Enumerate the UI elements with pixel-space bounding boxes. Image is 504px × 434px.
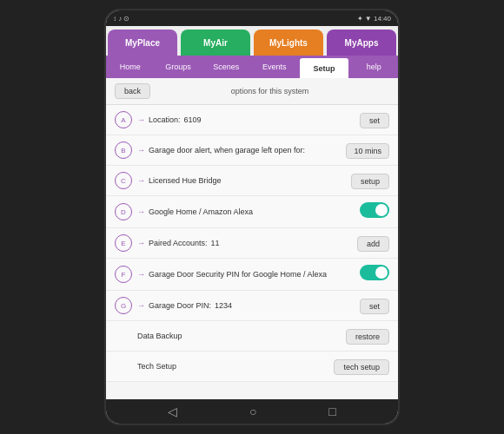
nav-groups[interactable]: Groups: [154, 56, 202, 78]
bottom-bar: ◁ ○ □: [106, 399, 398, 424]
status-time: ✦ ▼ 14:40: [357, 15, 391, 23]
recent-nav-button[interactable]: □: [328, 404, 335, 418]
nav-bar: Home Groups Scenes Events Setup help: [106, 56, 398, 78]
marker-f: F: [115, 266, 132, 283]
nav-home[interactable]: Home: [106, 56, 154, 78]
device-frame: ↕ ♪ ⊙ ✦ ▼ 14:40 MyPlace MyAir MyLights M…: [104, 9, 400, 425]
row-garage-pin-security: F → Garage Door Security PIN for Google …: [106, 259, 398, 291]
status-left: ↕ ♪ ⊙: [113, 15, 129, 23]
arrow-a: →: [137, 115, 145, 124]
label-garage-door-pin: Garage Door PIN:: [149, 301, 211, 310]
arrow-f: →: [137, 270, 145, 279]
tab-myair[interactable]: MyAir: [181, 30, 250, 56]
label-garage-alert: Garage door alert, when garage left open…: [149, 146, 305, 155]
label-tech-setup: Tech Setup: [137, 362, 176, 371]
label-data-backup: Data Backup: [137, 332, 182, 340]
google-home-toggle[interactable]: [360, 202, 389, 218]
row-paired-accounts: E → Paired Accounts: 11 add: [106, 228, 398, 259]
marker-d: D: [115, 203, 132, 220]
arrow-e: →: [137, 239, 145, 247]
nav-help[interactable]: help: [350, 56, 398, 78]
row-garage-alert: B → Garage door alert, when garage left …: [106, 135, 398, 166]
marker-e: E: [115, 234, 132, 252]
back-button[interactable]: back: [115, 83, 150, 99]
page-header: back options for this system: [106, 78, 398, 105]
set-location-button[interactable]: set: [360, 113, 389, 128]
arrow-c: →: [137, 176, 145, 185]
arrow-b: →: [137, 146, 145, 155]
garage-pin-toggle[interactable]: [360, 265, 389, 280]
back-nav-button[interactable]: ◁: [168, 404, 177, 418]
tab-myplace[interactable]: MyPlace: [108, 30, 177, 56]
row-google-home: D → Google Home / Amazon Alexa: [106, 196, 398, 228]
mylights-label: MyLights: [269, 38, 308, 48]
page-title: options for this system: [150, 87, 389, 95]
arrow-d: →: [137, 207, 145, 216]
home-nav-button[interactable]: ○: [249, 404, 256, 418]
myplace-label: MyPlace: [125, 38, 160, 48]
row-garage-door-pin: G → Garage Door PIN: 1234 set: [106, 291, 398, 321]
marker-g: G: [115, 297, 132, 314]
label-paired-accounts: Paired Accounts:: [149, 239, 208, 247]
status-right: ✦ ▼ 14:40: [357, 15, 391, 23]
tab-mylights[interactable]: MyLights: [254, 30, 323, 56]
label-location: Location:: [149, 115, 181, 124]
label-garage-pin-security: Garage Door Security PIN for Google Home…: [149, 270, 327, 279]
label-google-home: Google Home / Amazon Alexa: [149, 207, 253, 216]
nav-setup[interactable]: Setup: [300, 58, 348, 78]
myapps-label: MyApps: [345, 38, 379, 48]
row-data-backup: Data Backup restore: [106, 321, 398, 352]
value-paired-accounts: 11: [211, 239, 220, 247]
status-bar: ↕ ♪ ⊙ ✦ ▼ 14:40: [106, 10, 398, 26]
row-hue-bridge: C → Licensed Hue Bridge setup: [106, 166, 398, 196]
app-tabs: MyPlace MyAir MyLights MyApps: [106, 26, 398, 56]
value-garage-door-pin: 1234: [215, 301, 232, 310]
marker-b: B: [115, 141, 132, 159]
marker-a: A: [115, 111, 132, 128]
toggle-knob-d: [375, 204, 388, 216]
value-location: 6109: [184, 115, 202, 124]
content-area: back options for this system A → Locatio…: [106, 78, 398, 399]
marker-c: C: [115, 172, 132, 189]
nav-events[interactable]: Events: [250, 56, 298, 78]
row-tech-setup: Tech Setup tech setup: [106, 352, 398, 382]
status-icons: ↕ ♪ ⊙: [113, 15, 129, 23]
add-account-button[interactable]: add: [357, 236, 389, 252]
set-pin-button[interactable]: set: [360, 299, 389, 314]
nav-scenes[interactable]: Scenes: [202, 56, 250, 78]
hue-bridge-setup-button[interactable]: setup: [351, 174, 389, 189]
toggle-knob-f: [375, 266, 388, 279]
tab-myapps[interactable]: MyApps: [327, 30, 396, 56]
row-location: A → Location: 6109 set: [106, 105, 398, 135]
tech-setup-button[interactable]: tech setup: [334, 359, 389, 375]
arrow-g: →: [137, 301, 145, 310]
restore-button[interactable]: restore: [346, 329, 389, 345]
label-hue-bridge: Licensed Hue Bridge: [149, 176, 222, 185]
myair-label: MyAir: [203, 38, 228, 48]
garage-alert-time-button[interactable]: 10 mins: [346, 143, 389, 159]
